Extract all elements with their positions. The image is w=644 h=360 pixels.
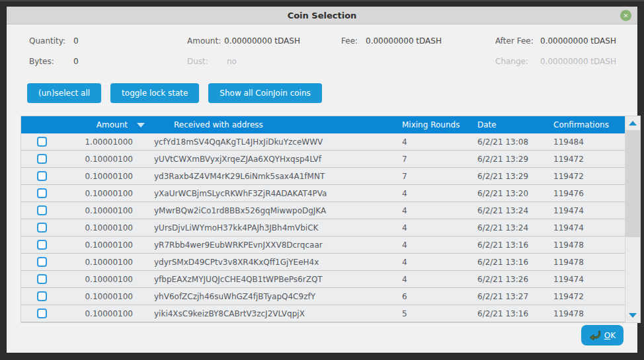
toggle-lock-state-button[interactable]: toggle lock state	[110, 83, 199, 103]
cell-address: yMwrBQw2iCo1rd8BBx526gqMiwwpoDgJKA	[133, 206, 402, 215]
coin-checkbox[interactable]	[37, 171, 47, 181]
header-date[interactable]: Date	[477, 120, 553, 129]
after-fee-label: After Fee:	[495, 36, 534, 46]
change-value: 0.00000000 tDASH	[540, 57, 616, 66]
ok-button[interactable]: OK	[581, 325, 624, 345]
table-row[interactable]: 0.10000100 yUVtCWXmBVyxjXrqeZJAa6XQYHxqs…	[21, 151, 625, 168]
cell-mixing-rounds: 4	[402, 240, 477, 250]
table-row[interactable]: 0.10000100 yiki4XsC9keizBY8CABrtV3zcJ2VL…	[21, 305, 625, 322]
sort-descending-icon	[137, 123, 145, 127]
header-amount[interactable]: Amount	[56, 120, 153, 129]
coin-checkbox[interactable]	[37, 137, 47, 147]
cell-date: 6/2/21 13:24	[477, 206, 553, 215]
cell-address: yUVtCWXmBVyxjXrqeZJAa6XQYHxqsp4LVf	[133, 155, 402, 164]
show-coinjoin-button[interactable]: Show all CoinJoin coins	[208, 83, 321, 103]
cell-amount: 1.00001000	[56, 137, 133, 147]
cell-confirmations: 119474	[553, 223, 625, 233]
table-row[interactable]: 0.10000100 yhV6ofZCzjh46suWhGZ4fjBTyapQ4…	[21, 288, 625, 305]
cell-date: 6/2/21 13:26	[477, 275, 553, 284]
cell-amount: 0.10000100	[56, 258, 133, 267]
cell-date: 6/2/21 13:08	[477, 137, 553, 147]
cell-confirmations: 119478	[553, 309, 625, 318]
cell-amount: 0.10000100	[56, 292, 133, 301]
cell-confirmations: 119478	[553, 258, 625, 267]
header-mixing-rounds[interactable]: Mixing Rounds	[402, 120, 477, 129]
cell-amount: 0.10000100	[56, 189, 133, 198]
coin-checkbox[interactable]	[37, 274, 47, 284]
cell-address: yUrsDjvLiWYmoH37kk4PAJh3JBh4mVbiCK	[133, 223, 402, 233]
coin-checkbox[interactable]	[37, 308, 47, 318]
titlebar[interactable]: Coin Selection ✕	[7, 7, 637, 24]
cell-mixing-rounds: 4	[402, 206, 477, 215]
table-scrollbar[interactable]	[625, 116, 640, 322]
coin-checkbox[interactable]	[37, 188, 47, 198]
cell-address: yXaUrWCBjmSLycRKWhF3ZjR4ADAKAT4PVa	[133, 189, 402, 198]
cell-address: yd3Raxb4Z4VM4rK29L6iNmk5sax4A1fMNT	[133, 172, 402, 181]
bytes-label: Bytes:	[29, 57, 54, 66]
table-row[interactable]: 0.10000100 yUrsDjvLiWYmoH37kk4PAJh3JBh4m…	[21, 219, 625, 236]
bytes-value: 0	[73, 57, 79, 66]
table-row[interactable]: 0.10000100 yR7Rbb4wer9EubWRKPEvnJXXV8Dcr…	[21, 236, 625, 254]
cell-address: ycfYd18mSV4QqAKgTL4JHxJiDkuYzceWWV	[133, 137, 402, 147]
dust-value: no	[227, 57, 237, 66]
dust-label: Dust:	[187, 57, 208, 66]
cell-confirmations: 119476	[553, 189, 625, 198]
table-row[interactable]: 1.00001000 ycfYd18mSV4QqAKgTL4JHxJiDkuYz…	[21, 133, 625, 151]
coin-selection-dialog: Coin Selection ✕ Quantity: 0 Amount: 0.0…	[7, 7, 637, 353]
cell-amount: 0.10000100	[56, 309, 133, 318]
header-address[interactable]: Received with address	[153, 120, 402, 129]
cell-confirmations: 119472	[553, 292, 625, 301]
cell-confirmations: 119484	[553, 137, 625, 147]
close-icon[interactable]: ✕	[620, 10, 631, 21]
cell-mixing-rounds: 4	[402, 258, 477, 267]
cell-mixing-rounds: 4	[402, 189, 477, 198]
cell-date: 6/2/21 13:27	[477, 292, 553, 301]
fee-label: Fee:	[341, 36, 358, 46]
table-row[interactable]: 0.10000100 yd3Raxb4Z4VM4rK29L6iNmk5sax4A…	[21, 168, 625, 185]
cell-mixing-rounds: 7	[402, 155, 477, 164]
coin-checkbox[interactable]	[37, 223, 47, 233]
amount-value: 0.00000000 tDASH	[224, 36, 300, 46]
coin-checkbox[interactable]	[37, 154, 47, 164]
cell-date: 6/2/21 13:24	[477, 223, 553, 233]
cell-mixing-rounds: 6	[402, 292, 477, 301]
cell-amount: 0.10000100	[56, 155, 133, 164]
cell-amount: 0.10000100	[56, 240, 133, 250]
quantity-label: Quantity:	[29, 36, 65, 46]
amount-label: Amount:	[187, 36, 221, 46]
cell-confirmations: 119472	[553, 172, 625, 181]
cell-address: yiki4XsC9keizBY8CABrtV3zcJ2VLVqpjX	[133, 309, 402, 318]
cell-date: 6/2/21 13:29	[477, 155, 553, 164]
cell-mixing-rounds: 4	[402, 137, 477, 147]
header-amount-label: Amount	[97, 120, 128, 129]
table-row[interactable]: 0.10000100 ydyrSMxD49CPtv3v8XR4KxQff1GjY…	[21, 254, 625, 271]
coin-checkbox[interactable]	[37, 240, 47, 250]
header-confirmations[interactable]: Confirmations	[553, 120, 625, 129]
cell-address: yhV6ofZCzjh46suWhGZ4fjBTyapQ4C9zfY	[133, 292, 402, 301]
table-row[interactable]: 0.10000100 yfbpEAXzMYJUQJcCHE4QB1tWPBePs…	[21, 271, 625, 288]
table-row[interactable]: 0.10000100 yXaUrWCBjmSLycRKWhF3ZjR4ADAKA…	[21, 185, 625, 202]
cell-address: yR7Rbb4wer9EubWRKPEvnJXXV8Dcrqcaar	[133, 240, 402, 250]
cell-date: 6/2/21 13:16	[477, 240, 553, 250]
coin-checkbox[interactable]	[37, 291, 47, 301]
coin-checkbox[interactable]	[37, 257, 47, 267]
cell-confirmations: 119474	[553, 206, 625, 215]
return-arrow-icon	[589, 330, 600, 340]
table-row[interactable]: 0.10000100 yMwrBQw2iCo1rd8BBx526gqMiwwpo…	[21, 202, 625, 219]
cell-mixing-rounds: 4	[402, 223, 477, 233]
cell-amount: 0.10000100	[56, 206, 133, 215]
cell-mixing-rounds: 7	[402, 172, 477, 181]
scroll-up-icon[interactable]	[629, 121, 637, 126]
unselect-all-button[interactable]: (un)select all	[27, 83, 101, 103]
after-fee-value: 0.00000000 tDASH	[540, 36, 616, 46]
action-buttons: (un)select all toggle lock state Show al…	[27, 83, 322, 103]
cell-date: 6/2/21 13:16	[477, 309, 553, 318]
scrollbar-thumb[interactable]	[625, 130, 640, 237]
cell-confirmations: 119472	[553, 155, 625, 164]
window-frame-highlight	[0, 0, 644, 1]
quantity-value: 0	[73, 36, 79, 46]
window-title: Coin Selection	[288, 11, 357, 20]
coin-checkbox[interactable]	[37, 205, 47, 215]
coin-table: Amount Received with address Mixing Roun…	[21, 116, 640, 322]
scroll-down-icon[interactable]	[629, 313, 637, 318]
